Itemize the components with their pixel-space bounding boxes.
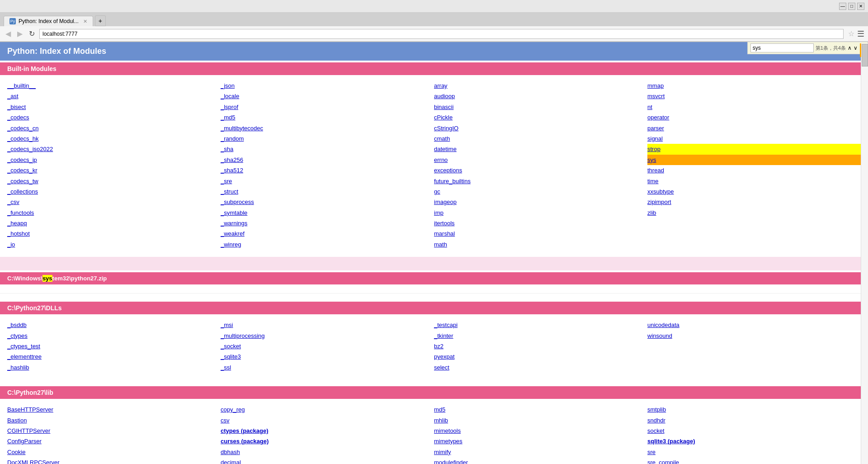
module-link[interactable]: _bsddb [7,320,221,330]
module-sys-link[interactable]: sys [647,155,861,165]
module-link[interactable]: mimify [434,447,647,457]
module-link[interactable]: _codecs_hk [7,133,221,144]
module-link[interactable]: _functools [7,208,221,218]
module-link[interactable]: DocXMLRPCServer [7,457,221,464]
tab-close-icon[interactable]: ✕ [83,19,87,24]
module-link[interactable]: winsound [647,331,861,341]
scrollbar-thumb[interactable] [862,44,868,66]
module-link[interactable]: _codecs_jp [7,155,221,165]
module-link[interactable]: socket [647,426,861,436]
module-link[interactable]: smtplib [647,404,861,415]
module-link[interactable]: _winreg [221,239,434,250]
module-thread-link[interactable]: thread [647,165,861,175]
module-link[interactable]: mhlib [434,415,647,426]
module-link[interactable]: BaseHTTPServer [7,404,221,415]
module-link[interactable]: datetime [434,144,647,154]
module-link[interactable]: operator [647,112,861,123]
scrollbar-track[interactable] [861,43,868,464]
module-link[interactable]: _heapq [7,218,221,228]
module-link[interactable]: exceptions [434,165,647,175]
module-link[interactable]: curses (package) [221,436,434,446]
module-link[interactable]: errno [434,155,647,165]
module-link[interactable]: copy_reg [221,404,434,415]
module-link[interactable]: _warnings [221,218,434,228]
new-tab-btn[interactable]: + [95,15,106,26]
module-link[interactable]: _ctypes_test [7,341,221,351]
module-link[interactable]: cPickle [434,112,647,123]
module-link[interactable]: __builtin__ [7,80,221,91]
module-link[interactable]: _json [221,80,434,91]
module-link[interactable]: cStringIO [434,123,647,133]
module-link[interactable]: csv [221,415,434,426]
find-prev-btn[interactable]: ∧ [848,45,852,51]
module-link[interactable]: select [434,362,647,373]
module-link[interactable]: msvcrt [647,91,861,101]
module-bastion-link[interactable]: Bastion [7,415,221,426]
module-link[interactable]: imp [434,208,647,218]
module-link[interactable]: dbhash [221,447,434,457]
module-link[interactable]: time [647,176,861,186]
module-link[interactable]: bz2 [434,341,647,351]
module-strop-link[interactable]: strop [647,144,861,154]
module-link[interactable]: _hashlib [7,362,221,373]
module-link[interactable]: mimetools [434,426,647,436]
module-link[interactable]: mmap [647,80,861,91]
address-bar[interactable] [39,29,844,39]
module-link[interactable]: nt [647,102,861,112]
module-link[interactable]: _elementtree [7,351,221,362]
module-link[interactable]: _random [221,133,434,144]
module-link[interactable]: imageop [434,197,647,207]
module-link[interactable]: CGIHTTPServer [7,426,221,436]
minimize-btn[interactable]: — [839,3,846,10]
module-hotshot-link[interactable]: _hotshot [7,228,221,239]
module-link[interactable]: _multibytecodec [221,123,434,133]
module-math-link[interactable]: math [434,239,647,250]
module-link[interactable]: _sre [221,176,434,186]
module-link[interactable]: modulefinder [434,457,647,464]
module-link[interactable]: parser [647,123,861,133]
close-btn[interactable]: ✕ [857,3,864,10]
module-link[interactable]: _msi [221,320,434,330]
module-link[interactable]: sndhdr [647,415,861,426]
find-next-btn[interactable]: ∨ [854,45,858,51]
module-link[interactable]: audioop [434,91,647,101]
module-link[interactable]: _subprocess [221,197,434,207]
module-bisect-link[interactable]: _bisect [7,102,221,112]
module-link[interactable]: binascii [434,102,647,112]
module-link[interactable]: signal [647,133,861,144]
refresh-btn[interactable]: ↻ [27,29,37,38]
module-link[interactable]: _struct [221,186,434,197]
back-btn[interactable]: ◀ [4,29,13,38]
module-link[interactable]: _sha [221,144,434,154]
module-link[interactable]: _sha256 [221,155,434,165]
module-link[interactable]: _codecs_cn [7,123,221,133]
module-link[interactable]: _ctypes [7,331,221,341]
module-link[interactable]: zlib [647,208,861,218]
module-link[interactable]: _testcapi [434,320,647,330]
module-link[interactable]: _weakref [221,228,434,239]
module-link[interactable]: _multiprocessing [221,331,434,341]
menu-icon[interactable]: ☰ [857,29,864,39]
module-link[interactable]: _codecs_tw [7,176,221,186]
module-link[interactable]: _io [7,239,221,250]
module-link[interactable]: pyexpat [434,351,647,362]
module-link[interactable]: _ssl [221,362,434,373]
active-tab[interactable]: Py Python: Index of Modul... ✕ [4,16,93,26]
module-link[interactable]: _sha512 [221,165,434,175]
find-input[interactable] [750,43,814,52]
module-link[interactable]: sre_compile [647,457,861,464]
module-link[interactable]: sre [647,447,861,457]
forward-btn[interactable]: ▶ [15,29,24,38]
module-link[interactable]: _codecs_iso2022 [7,144,221,154]
module-link[interactable]: marshal [434,228,647,239]
module-link[interactable]: mimetypes [434,436,647,446]
bookmark-icon[interactable]: ☆ [848,29,854,38]
restore-btn[interactable]: □ [848,3,855,10]
module-link[interactable]: decimal [221,457,434,464]
module-link[interactable]: array [434,80,647,91]
module-link[interactable]: ctypes (package) [221,426,434,436]
module-link[interactable]: _codecs_kr [7,165,221,175]
module-link[interactable]: _tkinter [434,331,647,341]
module-link[interactable]: _collections [7,186,221,197]
module-link[interactable]: _sqlite3 [221,351,434,362]
